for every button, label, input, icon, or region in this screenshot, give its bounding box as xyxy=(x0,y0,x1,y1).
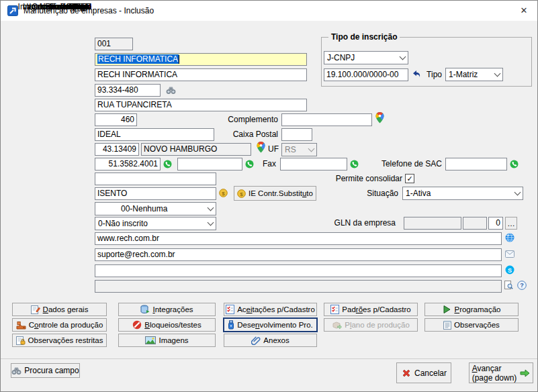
nav-aceitacoes-button[interactable]: Aceitações p/Cadastro xyxy=(224,303,317,316)
nav-bloqueios-button[interactable]: Bloqueios/testes xyxy=(118,318,216,332)
maps-pin-icon[interactable] xyxy=(375,112,384,124)
cancel-x-icon xyxy=(401,368,412,379)
image-preview-icon[interactable] xyxy=(504,281,513,290)
bairro-field[interactable]: IDEAL xyxy=(95,128,214,141)
notes-edit-icon xyxy=(31,305,40,314)
inscricao-estadual-field[interactable]: ISENTO xyxy=(95,187,216,200)
footer-divider xyxy=(1,358,537,359)
permite-consolidar-label: Permite consolidar xyxy=(323,173,402,185)
chevron-down-icon xyxy=(400,54,406,60)
cnpj-lookup-icon[interactable] xyxy=(412,70,421,78)
tipo-matriz-select[interactable]: 1-Matriz xyxy=(445,68,503,81)
arrow-right-icon xyxy=(519,369,530,378)
complemento-label: Complemento xyxy=(202,113,278,126)
chevron-down-icon xyxy=(208,205,214,211)
database-icon xyxy=(140,305,150,314)
sac-field[interactable] xyxy=(445,158,507,170)
inscricao-municipal-field[interactable] xyxy=(95,173,216,185)
logradouro-field[interactable]: RUA TUPANCIRETA xyxy=(95,99,307,111)
globe-icon[interactable] xyxy=(505,233,514,242)
tipo-inscricao-title: Tipo de inscrição xyxy=(328,32,400,42)
sac-label: Telefone de SAC xyxy=(363,158,442,170)
nav-padroes-button[interactable]: Padrões p/Cadastro xyxy=(324,303,418,316)
block-icon xyxy=(132,320,142,330)
cnpj-field[interactable]: 19.100.000/0000-00 xyxy=(324,68,408,81)
svg-text:$: $ xyxy=(222,191,225,197)
text-caret xyxy=(179,55,179,64)
avancar-button[interactable]: Avançar (page down) xyxy=(469,362,533,383)
button-label: IE Contr.Substituto xyxy=(249,189,313,197)
complemento-field[interactable] xyxy=(281,113,372,126)
skype-icon[interactable]: S xyxy=(505,265,514,275)
razao-social-field[interactable]: RECH INFORMATICA xyxy=(95,53,307,66)
avancar-line2: (page down) xyxy=(472,373,517,383)
cep-field[interactable]: 93.334-480 xyxy=(95,84,161,97)
logotipo-field xyxy=(95,280,502,293)
package-arrow-icon xyxy=(332,321,342,330)
nav-plano-producao-button: Plano de produção xyxy=(324,318,418,332)
coin-icon[interactable]: $ xyxy=(219,189,228,197)
permite-consolidar-checkbox[interactable]: ✓ xyxy=(405,174,414,183)
checklist-icon xyxy=(330,305,339,314)
caixa-postal-field[interactable] xyxy=(281,128,312,141)
whatsapp-icon[interactable] xyxy=(163,160,172,168)
pendrive-icon xyxy=(228,320,234,330)
gln-label: GLN da empresa xyxy=(316,217,396,230)
gln-field-3[interactable]: 0 xyxy=(488,217,503,230)
notepad-icon xyxy=(443,320,451,330)
tipo-inscricao-select[interactable]: J-CNPJ xyxy=(324,51,408,64)
cidade-name-field: NOVO HAMBURGO xyxy=(141,143,251,156)
avancar-line1: Avançar xyxy=(472,364,502,373)
nav-imagens-button[interactable]: Imagens xyxy=(118,334,216,347)
sigla-field[interactable]: 001 xyxy=(95,38,133,50)
gln-more-button[interactable]: … xyxy=(505,217,517,230)
nav-programacao-button[interactable]: Programação xyxy=(424,303,519,316)
uf-label: UF xyxy=(256,143,279,156)
help-icon[interactable]: ? xyxy=(517,281,527,290)
paperclip-icon xyxy=(251,336,261,345)
picture-icon xyxy=(145,336,156,344)
cor-destaque-select[interactable]: 00-Nenhuma xyxy=(95,202,216,215)
situacao-label: Situação xyxy=(337,187,398,200)
selected-text: RECH INFORMATICA xyxy=(97,54,179,64)
fone-field[interactable]: 51.3582.4001 xyxy=(95,158,161,170)
nav-observacoes-restritas-button[interactable]: Observações restritas xyxy=(12,334,107,347)
fone2-field[interactable] xyxy=(177,158,242,170)
inscricao-ean-select[interactable]: 0-Não inscrito xyxy=(95,217,216,230)
whatsapp-icon[interactable] xyxy=(510,160,519,168)
nav-desenvolvimento-button[interactable]: Desenvolvimento Pro. xyxy=(223,317,318,332)
svg-text:?: ? xyxy=(520,282,524,289)
dialog-window: Manutenção de empresas - Inclusão ✕ Sigl… xyxy=(0,0,538,392)
logotipo-label: Imagem do Logotipo xyxy=(1,1,91,13)
nav-anexos-button[interactable]: Anexos xyxy=(224,334,317,347)
coin-icon: $ xyxy=(237,189,246,198)
email-field[interactable]: suporte@rech.com.br xyxy=(95,248,502,261)
chevron-down-icon xyxy=(514,189,521,196)
numero-field[interactable]: 460 xyxy=(95,113,137,126)
binoculars-icon[interactable] xyxy=(166,86,176,95)
home-page-field[interactable]: www.rech.com.br xyxy=(95,232,502,245)
close-icon[interactable]: ✕ xyxy=(516,3,532,18)
caixa-postal-label: Caixa Postal xyxy=(202,128,278,141)
procura-campo-button[interactable]: Procura campo xyxy=(11,363,80,378)
nav-observacoes-button[interactable]: Observações xyxy=(424,318,519,332)
uf-select: RS xyxy=(281,143,317,156)
ie-contr-substituto-button[interactable]: $ IE Contr.Substituto xyxy=(234,186,316,201)
envelope-icon[interactable] xyxy=(505,250,514,258)
nav-controle-producao-button[interactable]: Controle da produção xyxy=(12,318,107,332)
play-icon xyxy=(442,305,451,314)
cancelar-button[interactable]: Cancelar xyxy=(396,362,451,383)
svg-text:$: $ xyxy=(240,191,243,197)
binoculars-icon xyxy=(11,366,21,375)
nav-integracoes-button[interactable]: Integrações xyxy=(118,303,216,316)
svg-text:S: S xyxy=(508,267,512,274)
skype-field[interactable] xyxy=(95,264,502,277)
nome-fantasia-field[interactable]: RECH INFORMATICA xyxy=(95,68,307,81)
nav-dados-gerais-button[interactable]: Dados gerais xyxy=(12,303,107,316)
cidade-code-field[interactable]: 43.13409 xyxy=(95,143,139,156)
situacao-select[interactable]: 1-Ativa xyxy=(402,187,523,200)
fax-field[interactable] xyxy=(280,158,347,170)
chevron-down-icon xyxy=(494,70,501,77)
whatsapp-icon[interactable] xyxy=(350,160,359,168)
fax-label: Fax xyxy=(249,158,276,170)
